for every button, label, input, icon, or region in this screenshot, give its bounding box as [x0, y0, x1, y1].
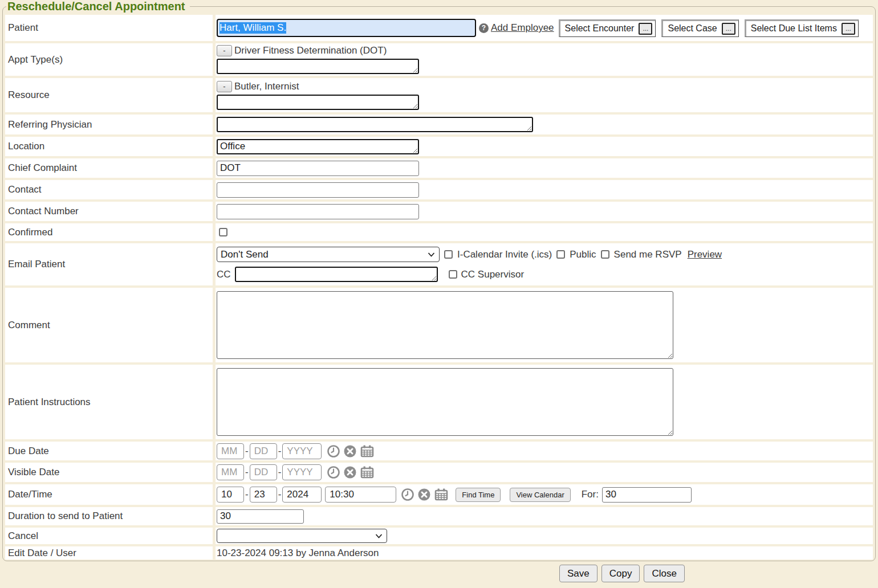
- patient-input-selected-text: Hart, William S.: [220, 22, 286, 34]
- location-input[interactable]: Office: [217, 139, 419, 154]
- contact-number-input[interactable]: [217, 204, 419, 219]
- ical-invite-label: I-Calendar Invite (.ics): [457, 249, 552, 260]
- find-time-button[interactable]: Find Time: [456, 488, 501, 502]
- visible-date-day-input[interactable]: [250, 464, 277, 480]
- cancel-reason-select[interactable]: [217, 529, 387, 543]
- remove-appt-type-button[interactable]: -: [217, 45, 232, 56]
- select-case-group: Select Case ...: [661, 19, 738, 37]
- contact-label: Contact: [5, 180, 213, 199]
- row-cancel: Cancel: [5, 528, 873, 544]
- select-due-list-group: Select Due List Items ...: [745, 19, 859, 37]
- clear-icon[interactable]: [418, 488, 430, 501]
- help-icon[interactable]: ?: [479, 23, 489, 33]
- page-title: Reschedule/Cancel Appointment: [6, 0, 190, 13]
- selected-appt-type: Driver Fitness Determination (DOT): [234, 45, 387, 56]
- appt-month-input[interactable]: [217, 487, 244, 503]
- row-location: Location Office: [5, 137, 873, 156]
- visible-date-label: Visible Date: [5, 463, 213, 482]
- copy-button[interactable]: Copy: [601, 565, 640, 582]
- rsvp-checkbox[interactable]: [601, 250, 609, 259]
- duration-label: Duration to send to Patient: [5, 507, 213, 525]
- clear-icon[interactable]: [344, 445, 356, 458]
- row-email-patient: Email Patient Don't Send I-Calendar Invi…: [5, 243, 873, 285]
- for-duration-input[interactable]: [602, 487, 692, 503]
- appt-year-input[interactable]: [282, 487, 322, 503]
- appointment-form: Reschedule/Cancel Appointment Patient Ha…: [2, 0, 876, 561]
- chief-complaint-input[interactable]: [217, 161, 419, 176]
- row-patient-instructions: Patient Instructions: [5, 365, 873, 439]
- row-chief-complaint: Chief Complaint: [5, 158, 873, 178]
- clear-icon[interactable]: [344, 466, 356, 479]
- location-label: Location: [5, 137, 213, 156]
- close-button[interactable]: Close: [644, 565, 684, 582]
- patient-label: Patient: [5, 15, 213, 41]
- row-resource: Resource - Butler, Internist: [5, 78, 873, 112]
- row-date-time: Date/Time - - Find Time View Calendar Fo…: [5, 484, 873, 505]
- cc-supervisor-label: CC Supervisor: [461, 269, 525, 280]
- due-date-year-input[interactable]: [282, 443, 322, 459]
- public-checkbox[interactable]: [556, 250, 565, 259]
- patient-input[interactable]: Hart, William S.: [217, 19, 476, 37]
- row-comment: Comment: [5, 288, 873, 362]
- appt-time-input[interactable]: [325, 487, 396, 503]
- date-time-label: Date/Time: [5, 484, 213, 505]
- preview-link[interactable]: Preview: [688, 249, 722, 260]
- email-send-select[interactable]: Don't Send: [217, 247, 440, 262]
- contact-number-label: Contact Number: [5, 202, 213, 221]
- select-case-label: Select Case: [668, 23, 717, 34]
- edit-info-label: Edit Date / User: [5, 546, 213, 560]
- row-appt-types: Appt Type(s) - Driver Fitness Determinat…: [5, 43, 873, 76]
- cc-input[interactable]: [235, 267, 438, 282]
- confirmed-checkbox[interactable]: [219, 228, 227, 236]
- resource-input[interactable]: [217, 95, 419, 110]
- cc-supervisor-checkbox[interactable]: [449, 270, 457, 279]
- due-date-month-input[interactable]: [217, 443, 244, 459]
- date-separator: -: [278, 489, 282, 500]
- email-patient-label: Email Patient: [5, 243, 213, 285]
- for-label: For:: [582, 489, 599, 500]
- comment-label: Comment: [5, 288, 213, 362]
- row-visible-date: Visible Date - -: [5, 463, 873, 482]
- calendar-icon[interactable]: [360, 445, 374, 458]
- row-duration: Duration to send to Patient: [5, 507, 873, 525]
- footer-actions: Save Copy Close: [559, 565, 878, 582]
- cancel-label: Cancel: [5, 528, 213, 544]
- ical-invite-checkbox[interactable]: [444, 250, 453, 259]
- calendar-icon[interactable]: [434, 488, 448, 501]
- select-due-list-label: Select Due List Items: [751, 23, 837, 34]
- visible-date-month-input[interactable]: [217, 464, 244, 480]
- select-case-button[interactable]: ...: [722, 23, 735, 35]
- appt-type-input[interactable]: [217, 59, 419, 74]
- view-calendar-button[interactable]: View Calendar: [510, 488, 570, 502]
- referring-physician-label: Referring Physician: [5, 115, 213, 134]
- date-separator: -: [245, 489, 249, 500]
- clock-icon[interactable]: [327, 445, 340, 458]
- comment-input[interactable]: [217, 291, 673, 359]
- calendar-icon[interactable]: [360, 466, 374, 479]
- remove-resource-button[interactable]: -: [217, 81, 232, 92]
- patient-instructions-label: Patient Instructions: [5, 365, 213, 439]
- appt-day-input[interactable]: [250, 487, 277, 503]
- add-employee-link[interactable]: Add Employee: [491, 22, 554, 34]
- visible-date-year-input[interactable]: [282, 464, 322, 480]
- save-button[interactable]: Save: [559, 565, 597, 582]
- contact-input[interactable]: [217, 182, 419, 198]
- row-confirmed: Confirmed: [5, 223, 873, 241]
- select-encounter-label: Select Encounter: [565, 23, 635, 34]
- select-encounter-button[interactable]: ...: [639, 23, 652, 35]
- duration-input[interactable]: [217, 509, 304, 524]
- patient-instructions-input[interactable]: [217, 368, 673, 436]
- date-separator: -: [278, 446, 282, 457]
- due-date-day-input[interactable]: [250, 443, 277, 459]
- date-separator: -: [245, 446, 249, 457]
- rsvp-label: Send me RSVP: [614, 249, 682, 260]
- clock-icon[interactable]: [327, 466, 340, 479]
- clock-icon[interactable]: [401, 488, 414, 501]
- referring-physician-input[interactable]: [217, 117, 533, 132]
- chief-complaint-label: Chief Complaint: [5, 158, 213, 178]
- resource-label: Resource: [5, 78, 213, 112]
- due-date-label: Due Date: [5, 442, 213, 460]
- select-due-list-button[interactable]: ...: [842, 23, 855, 35]
- row-contact: Contact: [5, 180, 873, 199]
- date-separator: -: [278, 467, 282, 478]
